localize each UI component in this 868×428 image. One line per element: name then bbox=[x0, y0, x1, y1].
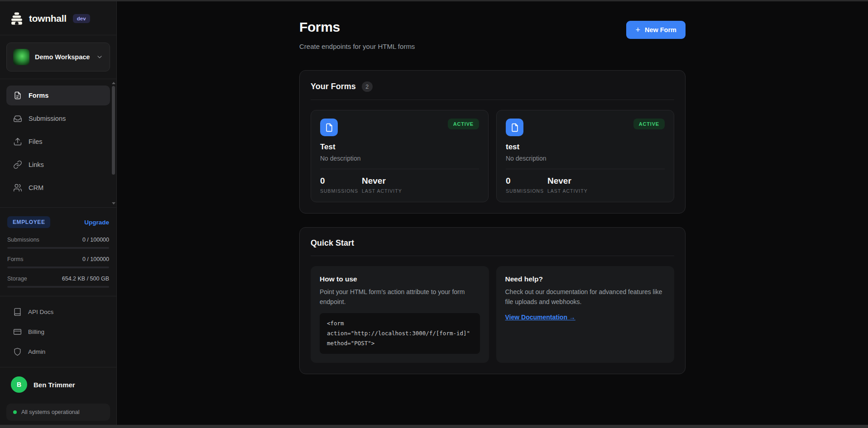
usage-value: 0 / 100000 bbox=[82, 256, 109, 262]
plan-section: EMPLOYEE Upgrade Submissions 0 / 100000 … bbox=[0, 208, 116, 296]
user-name: Ben Trimmer bbox=[34, 381, 75, 389]
credit-card-icon bbox=[13, 328, 22, 336]
shield-icon bbox=[13, 347, 22, 356]
system-status: All systems operational bbox=[6, 404, 110, 421]
user-menu[interactable]: B Ben Trimmer bbox=[0, 367, 116, 402]
sidebar-item-label: Forms bbox=[29, 92, 48, 99]
form-card-test-1[interactable]: ACTIVE Test No description 0 SUBMISSIONS… bbox=[311, 110, 489, 202]
usage-submissions: Submissions 0 / 100000 bbox=[7, 237, 109, 249]
sidebar-item-label: Files bbox=[29, 138, 43, 145]
workspace-section: Demo Workspace bbox=[0, 35, 116, 79]
status-badge: ACTIVE bbox=[633, 119, 665, 129]
app-title: townhall bbox=[29, 13, 67, 24]
sidebar-item-crm[interactable]: CRM bbox=[6, 178, 110, 198]
usage-label: Forms bbox=[7, 256, 23, 262]
inbox-icon bbox=[13, 114, 22, 123]
divider bbox=[506, 169, 665, 169]
form-description: No description bbox=[320, 155, 479, 162]
how-to-use-card: How to use Point your HTML form's action… bbox=[311, 266, 489, 363]
need-help-body: Check out our documentation for advanced… bbox=[505, 287, 666, 307]
scroll-down-arrow-icon[interactable] bbox=[112, 202, 115, 204]
sidebar-item-label: CRM bbox=[29, 184, 43, 191]
sidebar-item-billing[interactable]: Billing bbox=[6, 322, 110, 342]
status-dot-icon bbox=[13, 410, 17, 414]
divider bbox=[311, 256, 674, 256]
scroll-up-arrow-icon[interactable] bbox=[112, 82, 115, 84]
form-endpoint-code[interactable]: <form action="http://localhost:3000/f/[f… bbox=[320, 313, 480, 354]
upgrade-link[interactable]: Upgrade bbox=[84, 219, 109, 226]
submissions-label: SUBMISSIONS bbox=[506, 188, 547, 194]
book-icon bbox=[13, 308, 22, 316]
need-help-card: Need help? Check out our documentation f… bbox=[496, 266, 675, 363]
plan-badge: EMPLOYEE bbox=[7, 216, 50, 228]
new-form-button[interactable]: + New Form bbox=[626, 21, 686, 39]
app-root: townhall dev Demo Workspace Forms bbox=[0, 1, 868, 425]
how-to-use-title: How to use bbox=[320, 275, 480, 283]
quick-start-panel: Quick Start How to use Point your HTML f… bbox=[299, 227, 686, 374]
sidebar-item-links[interactable]: Links bbox=[6, 155, 110, 175]
usage-storage: Storage 654.2 KB / 500 GB bbox=[7, 276, 109, 288]
how-to-use-body: Point your HTML form's action attribute … bbox=[320, 287, 480, 307]
workspace-selector[interactable]: Demo Workspace bbox=[6, 43, 110, 71]
new-form-button-label: New Form bbox=[645, 26, 676, 33]
sidebar-item-label: API Docs bbox=[28, 309, 53, 315]
status-label: All systems operational bbox=[21, 409, 80, 415]
users-icon bbox=[13, 183, 22, 192]
submissions-value: 0 bbox=[320, 176, 362, 186]
last-activity-label: LAST ACTIVITY bbox=[547, 188, 588, 194]
form-file-icon bbox=[506, 119, 523, 136]
page-title: Forms bbox=[299, 19, 415, 35]
last-activity-value: Never bbox=[547, 176, 588, 186]
sidebar: townhall dev Demo Workspace Forms bbox=[0, 1, 117, 425]
main-content: Forms Create endpoints for your HTML for… bbox=[117, 1, 868, 425]
workspace-name: Demo Workspace bbox=[35, 53, 91, 61]
sidebar-item-files[interactable]: Files bbox=[6, 132, 110, 152]
usage-progress-bar bbox=[7, 266, 109, 268]
scrollbar-thumb[interactable] bbox=[112, 86, 115, 175]
form-name: Test bbox=[320, 143, 479, 152]
plus-icon: + bbox=[635, 26, 640, 34]
sidebar-item-label: Links bbox=[29, 161, 44, 168]
sidebar-item-submissions[interactable]: Submissions bbox=[6, 109, 110, 128]
link-icon bbox=[13, 160, 22, 169]
sidebar-item-admin[interactable]: Admin bbox=[6, 342, 110, 361]
sidebar-item-label: Billing bbox=[28, 328, 44, 335]
form-name: test bbox=[506, 143, 665, 152]
usage-progress-bar bbox=[7, 247, 109, 249]
form-card-test-2[interactable]: ACTIVE test No description 0 SUBMISSIONS… bbox=[496, 110, 674, 202]
sidebar-scrollbar[interactable] bbox=[111, 82, 115, 204]
document-icon bbox=[13, 91, 22, 100]
usage-forms: Forms 0 / 100000 bbox=[7, 256, 109, 268]
submissions-label: SUBMISSIONS bbox=[320, 188, 362, 194]
usage-value: 654.2 KB / 500 GB bbox=[62, 276, 109, 282]
status-badge: ACTIVE bbox=[448, 119, 479, 129]
beehive-logo-icon bbox=[10, 12, 24, 25]
workspace-avatar bbox=[13, 49, 29, 65]
sidebar-item-label: Submissions bbox=[29, 115, 66, 122]
page-header: Forms Create endpoints for your HTML for… bbox=[299, 19, 686, 50]
form-file-icon bbox=[320, 119, 338, 136]
need-help-title: Need help? bbox=[505, 275, 666, 283]
sidebar-item-api-docs[interactable]: API Docs bbox=[6, 302, 110, 322]
quick-start-title: Quick Start bbox=[311, 238, 354, 248]
last-activity-label: LAST ACTIVITY bbox=[362, 188, 402, 194]
secondary-nav: API Docs Billing Admin bbox=[0, 296, 116, 367]
sidebar-item-forms[interactable]: Forms bbox=[6, 86, 110, 105]
window-bottom-edge bbox=[0, 425, 868, 428]
usage-label: Submissions bbox=[7, 237, 39, 243]
logo-row: townhall dev bbox=[0, 1, 116, 35]
usage-value: 0 / 100000 bbox=[82, 237, 109, 243]
usage-progress-bar bbox=[7, 286, 109, 288]
sidebar-item-label: Admin bbox=[28, 348, 45, 355]
forms-grid: ACTIVE Test No description 0 SUBMISSIONS… bbox=[311, 110, 674, 202]
view-documentation-link[interactable]: View Documentation → bbox=[505, 314, 575, 321]
env-badge: dev bbox=[73, 14, 90, 23]
divider bbox=[311, 100, 674, 100]
usage-label: Storage bbox=[7, 276, 27, 282]
avatar: B bbox=[11, 376, 27, 393]
your-forms-title: Your Forms bbox=[311, 82, 356, 91]
divider bbox=[320, 169, 479, 169]
your-forms-panel: Your Forms 2 ACTIVE bbox=[299, 70, 686, 214]
upload-icon bbox=[13, 137, 22, 146]
last-activity-value: Never bbox=[362, 176, 402, 186]
